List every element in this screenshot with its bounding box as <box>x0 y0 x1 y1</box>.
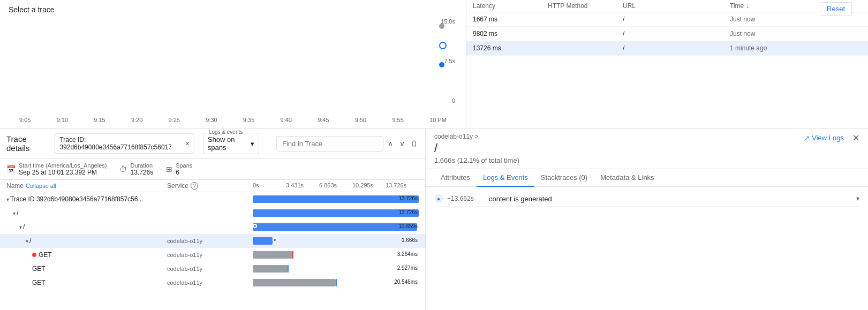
event-expand-button[interactable]: ▾ <box>856 195 859 202</box>
span-row[interactable]: GET codelab-o11y 2.927ms <box>0 262 425 276</box>
span-timeline: 2.927ms <box>253 264 419 274</box>
col-header-url: URL <box>623 2 730 10</box>
reset-button[interactable]: Reset <box>820 2 852 16</box>
trace-id-close[interactable]: × <box>185 139 190 148</box>
tab-metadata-links[interactable]: Metadata & Links <box>594 169 660 187</box>
span-service: codelab-o11y <box>167 279 253 286</box>
detail-url: / <box>434 141 519 155</box>
x-axis: 9:05 9:10 9:15 9:20 9:25 9:30 9:35 9:40 … <box>9 117 457 123</box>
col-timeline-header: 0s 3.431s 6.863s 10.295s 13.726s <box>253 182 419 190</box>
detail-tabs: Attributes Logs & Events Stacktraces (0)… <box>426 169 868 187</box>
detail-service: codelab-o11y > <box>434 133 519 140</box>
table-row[interactable]: 1667 ms / Just now <box>466 12 868 27</box>
tab-stacktraces[interactable]: Stacktraces (0) <box>534 169 594 187</box>
trace-id-text: Trace ID: 392d6b49080e3456a77168f857c560… <box>59 136 180 151</box>
span-name: GET <box>6 251 167 259</box>
chart-dots <box>439 24 447 67</box>
detail-header: codelab-o11y > / 1.666s (12.1% of total … <box>426 128 868 169</box>
col-header-latency: Latency <box>473 2 548 10</box>
nav-up-button[interactable]: ∧ <box>386 137 395 150</box>
detail-close-button[interactable]: ✕ <box>852 133 859 143</box>
nav-down-button[interactable]: ∨ <box>397 137 407 150</box>
view-logs-button[interactable]: ↗ View Logs <box>804 134 844 142</box>
event-time: +13.662s <box>447 195 485 202</box>
select-trace-title: Select a trace <box>9 5 457 14</box>
logs-events-select[interactable]: Show on spans ▾ <box>208 133 254 154</box>
spans-list: ▾ Trace ID 392d6b49080e3456a77168f857c56… <box>0 192 425 310</box>
calendar-icon: 📅 <box>6 165 16 173</box>
error-indicator <box>32 253 36 257</box>
trace-table: Reset Latency HTTP Method URL Time ↓ 166… <box>466 0 868 128</box>
detail-panel: codelab-o11y > / 1.666s (12.1% of total … <box>426 128 868 310</box>
span-row[interactable]: ▾ Trace ID 392d6b49080e3456a77168f857c56… <box>0 192 425 206</box>
chevron-icon[interactable]: ▾ <box>13 210 16 216</box>
span-timeline: 3.264ms <box>253 250 419 260</box>
chevron-icon[interactable]: ▾ <box>19 224 22 230</box>
span-timeline: 13.726s <box>253 194 419 204</box>
dropdown-icon: ▾ <box>251 140 254 148</box>
logs-events-label: Logs & events <box>208 129 244 135</box>
meta-start-time: 📅 Start time (America/Los_Angeles) Sep 2… <box>6 162 107 176</box>
table-header: Latency HTTP Method URL Time ↓ <box>466 0 868 12</box>
chart-dot-1[interactable] <box>439 24 444 29</box>
event-row: ● +13.662s content is generated ▾ <box>434 191 859 207</box>
spans-icon: ⊞ <box>166 165 172 173</box>
span-timeline: 20.546ms <box>253 278 419 288</box>
trace-meta: 📅 Start time (America/Los_Angeles) Sep 2… <box>0 159 425 180</box>
service-info-icon[interactable]: ? <box>191 182 198 190</box>
span-row[interactable]: GET codelab-o11y 20.546ms <box>0 276 425 290</box>
span-timeline: 1.666s <box>253 236 419 246</box>
collapse-all-button[interactable]: Collapse all <box>26 183 56 189</box>
clock-icon: ⏱ <box>119 165 127 173</box>
event-icon: ● <box>434 194 443 203</box>
tab-attributes[interactable]: Attributes <box>434 169 477 187</box>
detail-content: ● +13.662s content is generated ▾ <box>426 187 868 310</box>
span-name: ▾ Trace ID 392d6b49080e3456a77168f857c56… <box>6 195 167 203</box>
span-row[interactable]: ▾ / codelab-o11y 1.666s <box>0 234 425 248</box>
nav-expand-button[interactable]: ⟨⟩ <box>409 137 419 150</box>
table-row[interactable]: 9802 ms / Just now <box>466 27 868 41</box>
col-header-method: HTTP Method <box>548 2 623 10</box>
table-row[interactable]: 13726 ms / 1 minute ago <box>466 41 868 56</box>
span-row[interactable]: GET codelab-o11y 3.264ms <box>0 248 425 262</box>
chevron-icon[interactable]: ▾ <box>6 196 9 202</box>
span-timeline: 13.659s <box>253 222 419 232</box>
meta-spans: ⊞ Spans 6 <box>166 162 192 176</box>
detail-duration: 1.666s (12.1% of total time) <box>434 156 519 164</box>
chart-dot-2[interactable] <box>439 42 447 49</box>
sort-icon: ↓ <box>746 2 749 10</box>
col-name-header: Name Collapse all <box>6 182 167 190</box>
span-timeline: 13.726s <box>253 208 419 218</box>
span-name: ▾ / <box>6 237 167 245</box>
event-content: content is generated <box>489 195 852 203</box>
span-service: codelab-o11y <box>167 266 253 272</box>
external-link-icon: ↗ <box>804 134 810 142</box>
span-name: ▾ / <box>6 223 167 231</box>
spans-columns-header: Name Collapse all Service ? 0s 3.431s 6.… <box>0 180 425 192</box>
chart-dot-3[interactable] <box>439 62 444 67</box>
find-in-trace-container: ∧ ∨ ⟨⟩ <box>276 136 419 152</box>
find-in-trace-input[interactable] <box>276 136 383 152</box>
logs-events-group: Logs & events Show on spans ▾ <box>203 133 259 154</box>
meta-duration: ⏱ Duration 13.726s <box>119 162 153 176</box>
trace-id-box: Trace ID: 392d6b49080e3456a77168f857c560… <box>55 133 194 154</box>
logs-events-value: Show on spans <box>208 135 248 152</box>
span-row[interactable]: ▾ / 13.659s <box>0 220 425 234</box>
span-name: GET <box>6 265 167 273</box>
span-row[interactable]: ▾ / 13.726s <box>0 206 425 220</box>
span-service: codelab-o11y <box>167 238 253 244</box>
span-service: codelab-o11y <box>167 252 253 258</box>
trace-details-title: Trace details <box>6 134 46 153</box>
trace-header: Trace details Trace ID: 392d6b49080e3456… <box>0 128 425 159</box>
chevron-icon[interactable]: ▾ <box>26 238 28 244</box>
span-name: ▾ / <box>6 209 167 217</box>
span-name: GET <box>6 279 167 286</box>
tab-logs-events[interactable]: Logs & Events <box>477 169 534 187</box>
trace-panel: Trace details Trace ID: 392d6b49080e3456… <box>0 128 426 310</box>
col-service-header: Service ? <box>167 182 253 190</box>
